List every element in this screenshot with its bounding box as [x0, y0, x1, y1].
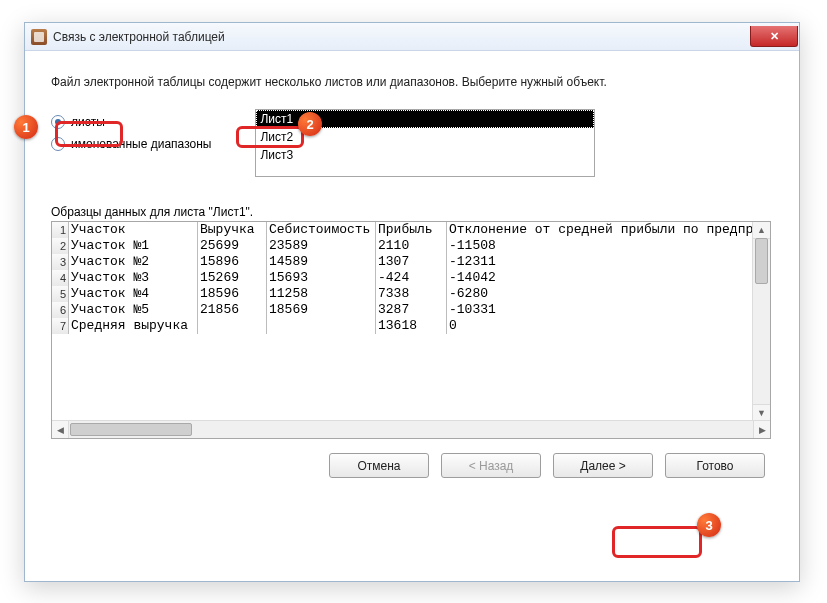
cell: 15269: [198, 270, 267, 286]
row-number: 3: [52, 254, 69, 270]
window-title: Связь с электронной таблицей: [53, 30, 225, 44]
cell: 25699: [198, 238, 267, 254]
cell: 1307: [376, 254, 447, 270]
cell: [198, 318, 267, 334]
scroll-right-icon[interactable]: ▶: [753, 421, 770, 438]
radio-sheets-label: листы: [71, 115, 105, 129]
cell: 2110: [376, 238, 447, 254]
radio-sheets[interactable]: листы: [51, 115, 211, 129]
sheet-listbox[interactable]: Лист1 Лист2 Лист3: [255, 109, 595, 177]
cell: 0: [447, 318, 753, 334]
cell: 11258: [267, 286, 376, 302]
table-header-row: 1 Участок Выручка Себистоимость Прибыль …: [52, 222, 753, 238]
finish-button[interactable]: Готово: [665, 453, 765, 478]
cell: -12311: [447, 254, 753, 270]
row-number: 6: [52, 302, 69, 318]
table-row: 7 Средняя выручка 13618 0: [52, 318, 753, 334]
cell: -424: [376, 270, 447, 286]
cell: 3287: [376, 302, 447, 318]
cell: 18569: [267, 302, 376, 318]
cell: -11508: [447, 238, 753, 254]
preview-grid-wrap: 1 Участок Выручка Себистоимость Прибыль …: [51, 221, 771, 439]
column-header: Отклонение от средней прибыли по предпри: [447, 222, 753, 238]
window-close-button[interactable]: ✕: [750, 26, 798, 47]
horizontal-scrollbar[interactable]: ◀ ▶: [52, 420, 770, 438]
radio-icon: [51, 115, 65, 129]
instruction-text: Файл электронной таблицы содержит нескол…: [51, 75, 773, 89]
row-number: 4: [52, 270, 69, 286]
cell: 15693: [267, 270, 376, 286]
row-number: 1: [52, 222, 69, 238]
radio-icon: [51, 137, 65, 151]
list-item[interactable]: Лист1: [256, 110, 594, 128]
row-number: 5: [52, 286, 69, 302]
cell: 13618: [376, 318, 447, 334]
preview-grid: 1 Участок Выручка Себистоимость Прибыль …: [52, 222, 753, 420]
radio-named-ranges[interactable]: именованные диапазоны: [51, 137, 211, 151]
cell: 14589: [267, 254, 376, 270]
cell: 15896: [198, 254, 267, 270]
back-button[interactable]: < Назад: [441, 453, 541, 478]
cancel-button[interactable]: Отмена: [329, 453, 429, 478]
scroll-thumb[interactable]: [70, 423, 192, 436]
column-header: Участок: [69, 222, 198, 238]
canvas: Связь с электронной таблицей ✕ Файл элек…: [0, 0, 827, 603]
wizard-window: Связь с электронной таблицей ✕ Файл элек…: [24, 22, 800, 582]
wizard-buttons: Отмена < Назад Далее > Готово: [51, 453, 773, 478]
table-row: 4 Участок №3 15269 15693 -424 -14042: [52, 270, 753, 286]
column-header: Выручка: [198, 222, 267, 238]
cell: Участок №5: [69, 302, 198, 318]
cell: 18596: [198, 286, 267, 302]
cell: 7338: [376, 286, 447, 302]
table-row: 2 Участок №1 25699 23589 2110 -11508: [52, 238, 753, 254]
next-button[interactable]: Далее >: [553, 453, 653, 478]
scroll-down-icon[interactable]: ▼: [753, 404, 770, 421]
cell: 21856: [198, 302, 267, 318]
cell: Участок №2: [69, 254, 198, 270]
column-header: Прибыль: [376, 222, 447, 238]
scroll-up-icon[interactable]: ▲: [753, 222, 770, 239]
radio-group: листы именованные диапазоны: [51, 109, 211, 159]
preview-label: Образцы данных для листа "Лист1".: [51, 205, 773, 219]
cell: 23589: [267, 238, 376, 254]
close-icon: ✕: [770, 30, 779, 43]
list-item[interactable]: Лист3: [256, 146, 594, 164]
vertical-scrollbar[interactable]: ▲ ▼: [752, 222, 770, 421]
table-row: 6 Участок №5 21856 18569 3287 -10331: [52, 302, 753, 318]
app-icon: [31, 29, 47, 45]
row-number: 2: [52, 238, 69, 254]
cell: Участок №4: [69, 286, 198, 302]
selector-row: листы именованные диапазоны Лист1 Лист2 …: [51, 109, 773, 177]
scroll-left-icon[interactable]: ◀: [52, 421, 69, 438]
wizard-body: Файл электронной таблицы содержит нескол…: [25, 51, 799, 492]
cell: [267, 318, 376, 334]
column-header: Себистоимость: [267, 222, 376, 238]
list-item[interactable]: Лист2: [256, 128, 594, 146]
radio-ranges-label: именованные диапазоны: [71, 137, 211, 151]
cell: -14042: [447, 270, 753, 286]
table-row: 3 Участок №2 15896 14589 1307 -12311: [52, 254, 753, 270]
cell: -6280: [447, 286, 753, 302]
titlebar: Связь с электронной таблицей ✕: [25, 23, 799, 51]
table-row: 5 Участок №4 18596 11258 7338 -6280: [52, 286, 753, 302]
cell: Участок №3: [69, 270, 198, 286]
scroll-thumb[interactable]: [755, 238, 768, 284]
row-number: 7: [52, 318, 69, 334]
cell: -10331: [447, 302, 753, 318]
cell: Участок №1: [69, 238, 198, 254]
cell: Средняя выручка: [69, 318, 198, 334]
